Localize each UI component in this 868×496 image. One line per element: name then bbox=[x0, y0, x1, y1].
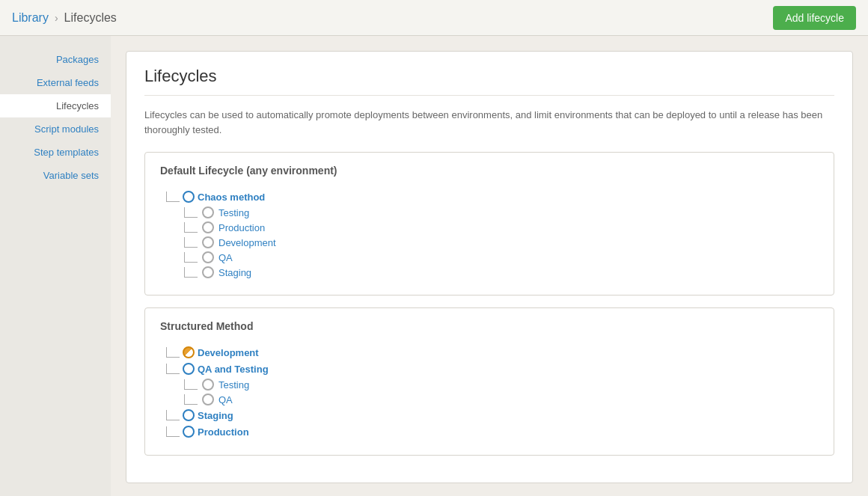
lifecycle-name-structured: Structured Method bbox=[160, 320, 822, 332]
phase-circle-dev bbox=[183, 346, 195, 358]
breadcrumb-current: Lifecycles bbox=[64, 11, 117, 25]
env-label-staging[interactable]: Staging bbox=[218, 267, 251, 278]
connector-production-phase bbox=[166, 426, 180, 437]
env-label-production[interactable]: Production bbox=[218, 222, 265, 233]
phase-circle-chaos bbox=[183, 191, 195, 203]
sidebar: Packages External feeds Lifecycles Scrip… bbox=[0, 36, 111, 496]
breadcrumb: Library › Lifecycles bbox=[12, 11, 117, 25]
lifecycle-tree-default: Chaos method Testing Production bbox=[160, 186, 822, 283]
sidebar-item-step-templates[interactable]: Step templates bbox=[0, 141, 111, 164]
lifecycle-card-structured: Structured Method Development QA and Tes… bbox=[144, 307, 834, 456]
connector-production bbox=[184, 222, 198, 233]
env-label-s-testing[interactable]: Testing bbox=[218, 379, 249, 391]
env-label-s-qa[interactable]: QA bbox=[218, 394, 233, 405]
content-panel: Lifecycles Lifecycles can be used to aut… bbox=[126, 51, 853, 483]
env-circle-testing bbox=[202, 206, 214, 218]
connector-dev bbox=[166, 347, 180, 358]
phase-label-dev[interactable]: Development bbox=[198, 347, 259, 358]
connector-testing bbox=[184, 207, 198, 218]
env-circle-development bbox=[202, 236, 214, 248]
phase-row-staging: Staging bbox=[166, 407, 822, 423]
connector-staging bbox=[184, 267, 198, 278]
connector-staging-phase bbox=[166, 410, 180, 420]
sidebar-item-variable-sets[interactable]: Variable sets bbox=[0, 164, 111, 187]
app-layout: Packages External feeds Lifecycles Scrip… bbox=[0, 36, 868, 496]
phase-row-production: Production bbox=[166, 423, 822, 440]
connector-qa-testing bbox=[166, 364, 180, 374]
phase-circle-staging bbox=[183, 409, 195, 421]
main-content: Lifecycles Lifecycles can be used to aut… bbox=[111, 36, 868, 496]
breadcrumb-parent[interactable]: Library bbox=[12, 11, 49, 25]
phase-circle-qa-testing bbox=[183, 363, 195, 375]
env-row-production: Production bbox=[184, 220, 822, 235]
phase-row-chaos: Chaos method bbox=[166, 189, 822, 205]
phase-label-staging[interactable]: Staging bbox=[198, 410, 233, 421]
lifecycle-name-default: Default Lifecycle (any environment) bbox=[160, 165, 822, 177]
lifecycle-tree-structured: Development QA and Testing Testing bbox=[160, 341, 822, 443]
sidebar-item-packages[interactable]: Packages bbox=[0, 48, 111, 71]
env-label-testing[interactable]: Testing bbox=[218, 207, 249, 218]
env-label-development[interactable]: Development bbox=[218, 237, 276, 248]
add-lifecycle-button[interactable]: Add lifecycle bbox=[773, 6, 856, 30]
connector-development bbox=[184, 237, 198, 248]
env-circle-s-testing bbox=[202, 379, 214, 391]
env-circle-production bbox=[202, 221, 214, 233]
sidebar-item-lifecycles[interactable]: Lifecycles bbox=[0, 94, 111, 117]
env-row-staging: Staging bbox=[184, 265, 822, 280]
env-circle-s-qa bbox=[202, 394, 214, 405]
sidebar-item-external-feeds[interactable]: External feeds bbox=[0, 71, 111, 94]
env-row-development: Development bbox=[184, 235, 822, 250]
env-row-s-testing: Testing bbox=[184, 377, 822, 392]
connector-qa bbox=[184, 252, 198, 263]
phase-label-production[interactable]: Production bbox=[198, 426, 249, 438]
phase-label-chaos[interactable]: Chaos method bbox=[198, 192, 265, 203]
page-title: Lifecycles bbox=[144, 67, 834, 96]
env-circle-staging bbox=[202, 266, 214, 278]
env-circle-qa bbox=[202, 251, 214, 263]
phase-circle-production bbox=[183, 426, 195, 438]
connector-s-testing bbox=[184, 379, 198, 390]
phase-row-dev: Development bbox=[166, 344, 822, 361]
phase-label-qa-testing[interactable]: QA and Testing bbox=[198, 364, 269, 375]
connector-s-qa bbox=[184, 394, 198, 405]
breadcrumb-separator: › bbox=[55, 12, 58, 24]
phase-row-qa-testing: QA and Testing bbox=[166, 361, 822, 377]
connector-chaos bbox=[166, 192, 180, 202]
page-description: Lifecycles can be used to automatically … bbox=[144, 108, 834, 137]
lifecycle-card-default: Default Lifecycle (any environment) Chao… bbox=[144, 152, 834, 296]
env-row-s-qa: QA bbox=[184, 392, 822, 407]
env-row-testing: Testing bbox=[184, 205, 822, 220]
env-label-qa[interactable]: QA bbox=[218, 252, 233, 263]
header: Library › Lifecycles Add lifecycle bbox=[0, 0, 868, 36]
sidebar-item-script-modules[interactable]: Script modules bbox=[0, 117, 111, 141]
env-row-qa: QA bbox=[184, 250, 822, 265]
